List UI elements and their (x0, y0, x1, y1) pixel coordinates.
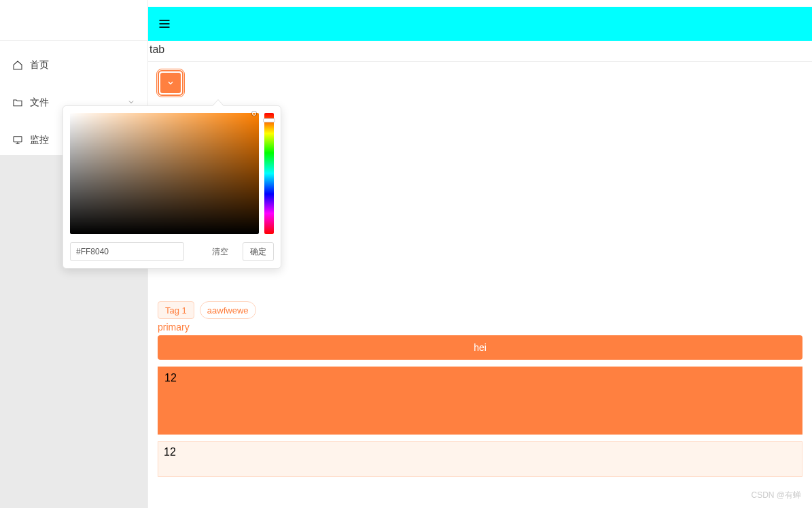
folder-icon (12, 97, 23, 108)
svg-rect-0 (14, 136, 22, 141)
primary-text: primary (148, 319, 812, 334)
hei-button[interactable]: hei (158, 335, 802, 360)
sidebar-item-label: 文件 (30, 97, 49, 109)
chevron-down-icon (160, 73, 181, 93)
tab-label: tab (148, 41, 812, 62)
alert-light: 12 (158, 441, 802, 477)
saturation-value-panel[interactable] (70, 113, 259, 234)
hue-thumb[interactable] (263, 118, 275, 122)
color-picker-trigger[interactable] (158, 70, 183, 96)
menu-toggle-icon[interactable] (158, 17, 171, 31)
sv-cursor[interactable] (252, 112, 256, 116)
hex-input[interactable] (70, 242, 184, 261)
clear-button[interactable]: 清空 (205, 242, 236, 261)
hue-slider[interactable] (264, 113, 274, 234)
logo-area (0, 0, 147, 41)
color-picker-panel: 清空 确定 (63, 105, 281, 269)
sidebar-item-label: 首页 (30, 59, 49, 71)
svg-rect-4 (160, 23, 170, 24)
svg-rect-5 (160, 27, 170, 28)
tag-item[interactable]: Tag 1 (158, 301, 194, 319)
tags-row: Tag 1 aawfwewe (148, 301, 812, 319)
topbar (148, 7, 812, 41)
popover-arrow (213, 100, 224, 106)
sidebar-item-label: 监控 (30, 134, 49, 146)
confirm-button[interactable]: 确定 (243, 242, 274, 261)
monitor-icon (12, 135, 23, 146)
alert-solid: 12 (158, 367, 802, 435)
home-icon (12, 60, 23, 71)
sidebar-item-home[interactable]: 首页 (0, 46, 147, 84)
svg-rect-3 (160, 20, 170, 21)
watermark: CSDN @有蝉 (751, 490, 801, 501)
tag-item[interactable]: aawfwewe (200, 301, 256, 319)
